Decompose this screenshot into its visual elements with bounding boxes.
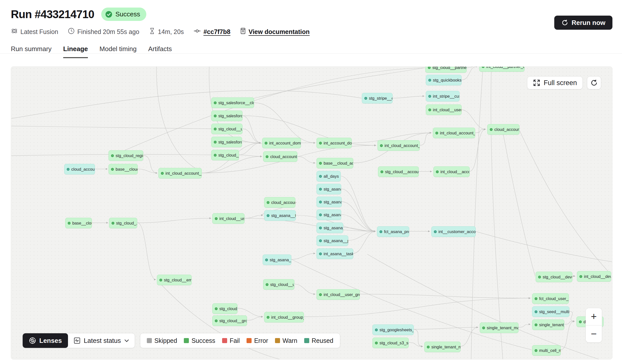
- lineage-node[interactable]: single_tenant_mapp...: [480, 322, 519, 333]
- legend-swatch: [247, 338, 252, 343]
- lineage-node[interactable]: cloud_account...: [264, 197, 295, 208]
- tab-artifacts[interactable]: Artifacts: [148, 45, 172, 58]
- node-status-dot: [490, 128, 493, 131]
- lineage-node[interactable]: base__clou...: [65, 218, 92, 228]
- lineage-node[interactable]: int_cloud__user_ac...: [426, 104, 462, 115]
- lineage-node[interactable]: int_stripe__custo...: [426, 91, 460, 101]
- node-status-dot: [111, 154, 114, 157]
- node-status-dot: [428, 66, 431, 69]
- lineage-node[interactable]: int_cloud__user_group...: [317, 289, 360, 300]
- lineage-node[interactable]: stg_salesforce...: [211, 137, 242, 147]
- zoom-in-button[interactable]: +: [586, 308, 602, 325]
- canvas-refresh-button[interactable]: [587, 76, 601, 89]
- rerun-refresh-icon: [561, 19, 568, 26]
- lineage-node[interactable]: stg_cloud_...: [212, 303, 237, 314]
- lineage-node[interactable]: stg_cloud_s3_singl...: [372, 338, 409, 348]
- lineage-node[interactable]: multi_cell_m...: [532, 345, 561, 356]
- lineage-node[interactable]: stg_cloud__us...: [211, 124, 243, 134]
- node-status-dot: [111, 168, 114, 171]
- lineage-node[interactable]: stg_cloud__us...: [263, 279, 294, 290]
- lineage-node[interactable]: stg_seed__multireg...: [532, 306, 569, 317]
- meta-document-link[interactable]: View documentation: [240, 27, 310, 36]
- lineage-node[interactable]: int_cloud__partner_con...: [479, 66, 525, 72]
- lineage-node[interactable]: stg_asana__...: [263, 254, 291, 265]
- meta-clock-item: Finished 20m 55s ago: [68, 27, 139, 36]
- lineage-node[interactable]: int_cloud_account__m...: [158, 168, 202, 178]
- node-status-dot: [266, 155, 268, 158]
- lineage-node[interactable]: cloud_account...: [64, 164, 95, 174]
- lineage-node[interactable]: int_cloud_account_ma...: [377, 140, 420, 151]
- lineage-node[interactable]: fct_cloud_user_acc...: [532, 293, 569, 304]
- node-status-dot: [214, 115, 217, 117]
- lineage-node[interactable]: base__cloud_...: [109, 164, 138, 174]
- lineage-node[interactable]: int_asana__task_s...: [317, 248, 353, 259]
- legend-item-warn: Warn: [275, 337, 297, 344]
- lineage-node[interactable]: all_days: [317, 171, 341, 181]
- tab-model-timing[interactable]: Model timing: [99, 45, 136, 58]
- lineage-node[interactable]: stg_asana__...: [317, 223, 343, 233]
- lineage-node[interactable]: int__customer_account...: [431, 226, 476, 237]
- fullscreen-button[interactable]: Full screen: [527, 76, 583, 89]
- lineage-node[interactable]: int_cloud_account_ma...: [433, 128, 475, 138]
- lineage-node[interactable]: single_tenant_...: [532, 319, 564, 330]
- lineage-node[interactable]: cloud_account...: [487, 124, 520, 135]
- node-status-dot: [161, 172, 164, 175]
- lens-select[interactable]: Latest status: [68, 333, 135, 348]
- legend-swatch: [147, 338, 152, 343]
- node-status-dot: [428, 108, 431, 111]
- meta-commit-link[interactable]: #cc7f7b8: [193, 27, 230, 36]
- meta-fusion-item: Latest Fusion: [11, 27, 58, 36]
- lineage-node[interactable]: stg_salesforce_...: [211, 111, 243, 121]
- node-status-dot: [379, 230, 382, 233]
- lineage-node[interactable]: int_account_domain...: [262, 138, 301, 148]
- lineage-node[interactable]: int_cloud__accoun...: [433, 166, 470, 177]
- lineage-node[interactable]: stg_salesforce__cloud_...: [211, 97, 254, 108]
- lineage-node[interactable]: stg_cloud_region...: [109, 150, 143, 161]
- node-status-dot: [538, 276, 541, 278]
- lineage-node[interactable]: stg_asana...: [317, 184, 341, 194]
- lineage-node[interactable]: int_account_dom...: [317, 138, 352, 148]
- lineage-node[interactable]: stg_quickbooks__a...: [426, 75, 462, 85]
- node-status-dot: [428, 79, 431, 82]
- run-meta-row: Latest FusionFinished 20m 55s ago14m, 20…: [11, 27, 611, 36]
- tab-run-summary[interactable]: Run summary: [11, 45, 52, 58]
- lineage-node[interactable]: base__cloud_acco...: [317, 158, 353, 168]
- lineage-node[interactable]: stg_cloud__group...: [212, 315, 247, 326]
- lineage-node[interactable]: stg_cloud__partner_c...: [425, 66, 467, 73]
- run-header: Run #433214710 Success Latest FusionFini…: [11, 8, 611, 58]
- lineage-node[interactable]: stg_stripe__c...: [362, 93, 393, 103]
- fusion-icon: [11, 27, 18, 36]
- tab-bar: Run summaryLineageModel timingArtifacts: [11, 45, 611, 58]
- node-status-dot: [319, 175, 322, 178]
- lineage-node[interactable]: stg_googlesheets__sin...: [372, 324, 414, 335]
- lineage-node[interactable]: single_tenant_map...: [424, 342, 461, 352]
- header-divider: [0, 53, 622, 54]
- lineage-node[interactable]: fct_asana_proj...: [377, 226, 409, 237]
- lineage-node[interactable]: stg_asana...: [317, 209, 341, 220]
- lenses-button[interactable]: Lenses: [23, 333, 68, 348]
- lineage-node[interactable]: int_cloud__us...: [212, 213, 245, 224]
- lineage-node[interactable]: cloud_accounts_...: [263, 151, 297, 162]
- legend-item-skipped: Skipped: [147, 337, 177, 344]
- lineage-node[interactable]: stg_cloud__...: [211, 150, 239, 160]
- zoom-out-button[interactable]: −: [586, 325, 602, 343]
- node-status-dot: [535, 297, 537, 300]
- tab-lineage[interactable]: Lineage: [63, 45, 88, 58]
- rerun-now-button[interactable]: Rerun now: [554, 16, 612, 30]
- lineage-node[interactable]: stg_cloud__accounts...: [378, 166, 419, 177]
- lineage-node[interactable]: stg_cloud_...: [109, 218, 137, 228]
- node-status-dot: [214, 141, 217, 143]
- lineage-node[interactable]: stg_cloud__email...: [157, 275, 192, 285]
- lineage-node[interactable]: stg_asana__pr...: [317, 235, 348, 246]
- node-status-dot: [319, 201, 322, 203]
- lineage-node[interactable]: stg_asana_...: [317, 197, 342, 207]
- lineage-node[interactable]: stg_asana__tas...: [264, 210, 296, 221]
- node-status-dot: [381, 170, 383, 173]
- node-status-dot: [482, 326, 485, 329]
- lineage-node[interactable]: int_cloud__devel...: [577, 271, 611, 282]
- node-status-dot: [319, 227, 322, 229]
- lineage-canvas[interactable]: cloud_account... stg_cloud_region... bas…: [11, 66, 612, 359]
- lineage-node[interactable]: int_cloud__group_per...: [264, 312, 304, 322]
- node-status-dot: [319, 239, 322, 242]
- lineage-node[interactable]: stg_cloud__devel...: [536, 272, 572, 282]
